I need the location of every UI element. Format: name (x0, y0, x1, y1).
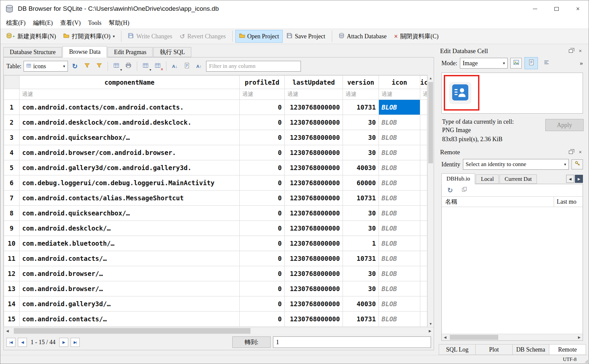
maximize-button[interactable] (546, 0, 567, 17)
cell-lastUpdated[interactable]: 1230768000000 (285, 130, 343, 145)
previous-record-button[interactable]: ◀ (18, 338, 27, 347)
row-number[interactable]: 1 (4, 100, 19, 115)
cell-clipped[interactable] (420, 100, 427, 115)
goto-button[interactable]: 轉到: (232, 336, 271, 348)
sort-descending-button[interactable]: A↑ (194, 61, 204, 71)
revert-changes-button[interactable]: ↺ Revert Changes (176, 30, 229, 43)
column-header-componentName[interactable]: componentName (19, 76, 240, 89)
cell-icon-blob[interactable]: BLOB (379, 221, 420, 236)
filter-version[interactable]: 過濾 (343, 89, 379, 100)
cell-lastUpdated[interactable]: 1230768000000 (285, 160, 343, 175)
cell-icon-blob[interactable]: BLOB (379, 175, 420, 191)
last-record-button[interactable]: ▶| (71, 338, 80, 347)
cell-version[interactable]: 30 (343, 281, 379, 296)
open-database-button[interactable]: 打開資料庫(O) ▾ (60, 30, 118, 43)
cell-lastUpdated[interactable]: 1230768000000 (285, 191, 343, 206)
cell-lastUpdated[interactable]: 1230768000000 (285, 296, 343, 312)
cell-profileId[interactable]: 0 (240, 251, 285, 266)
cell-clipped[interactable] (420, 115, 427, 130)
filter-componentName[interactable]: 過濾 (19, 89, 240, 100)
cell-clipped[interactable] (420, 266, 427, 281)
row-number[interactable]: 14 (4, 296, 19, 312)
cell-clipped[interactable] (420, 145, 427, 160)
vertical-scroll-track[interactable] (428, 81, 434, 321)
insert-record-button[interactable]: ▾ (111, 61, 121, 71)
row-number[interactable]: 5 (4, 160, 19, 175)
cell-profileId[interactable]: 0 (240, 296, 285, 312)
cell-version[interactable]: 10731 (343, 100, 379, 115)
cell-icon-blob[interactable]: BLOB (379, 145, 420, 160)
cell-componentName[interactable]: com.mediatek.bluetooth/… (19, 236, 240, 251)
cell-version[interactable]: 10731 (343, 312, 379, 327)
encoding-indicator[interactable]: UTF-8 (563, 357, 577, 362)
row-number[interactable]: 7 (4, 191, 19, 206)
more-tools-chevron[interactable]: » (580, 59, 583, 67)
cell-clipped[interactable] (420, 221, 427, 236)
cell-lastUpdated[interactable]: 1230768000000 (285, 266, 343, 281)
cell-version[interactable]: 40030 (343, 296, 379, 312)
cell-profileId[interactable]: 0 (240, 175, 285, 191)
cell-icon-blob[interactable]: BLOB (379, 281, 420, 296)
cell-componentName[interactable]: com.android.browser/… (19, 266, 240, 281)
cell-clipped[interactable] (420, 236, 427, 251)
tab-database-structure[interactable]: Database Structure (3, 47, 62, 57)
cell-clipped[interactable] (420, 281, 427, 296)
cell-version[interactable]: 30 (343, 145, 379, 160)
filter-clipped[interactable]: 過濾 (420, 89, 427, 100)
cell-icon-blob[interactable]: BLOB (379, 191, 420, 206)
row-number[interactable]: 6 (4, 175, 19, 191)
cell-profileId[interactable]: 0 (240, 236, 285, 251)
cell-componentName[interactable]: com.android.quicksearchbox/… (19, 130, 240, 145)
scroll-left-arrow[interactable]: ◀ (4, 327, 11, 334)
cell-version[interactable]: 10731 (343, 251, 379, 266)
table-selector[interactable]: icons ▾ (24, 61, 68, 72)
first-record-button[interactable]: |◀ (6, 338, 15, 347)
cell-version[interactable]: 30 (343, 130, 379, 145)
new-database-button[interactable]: + 新建資料庫(N) (2, 30, 60, 43)
next-record-button[interactable]: ▶ (59, 338, 68, 347)
row-number[interactable]: 12 (4, 266, 19, 281)
cell-clipped[interactable] (420, 206, 427, 221)
scroll-left-arrow[interactable]: ◀ (442, 334, 448, 340)
cell-componentName[interactable]: com.android.contacts/… (19, 251, 240, 266)
apply-button[interactable]: Apply (545, 119, 584, 131)
column-header-clipped[interactable]: ic (420, 76, 427, 89)
import-image-button[interactable] (510, 58, 522, 69)
remote-tab-current-database[interactable]: Current Dat (500, 174, 537, 184)
tab-edit-pragmas[interactable]: Edit Pragmas (108, 47, 153, 57)
cell-clipped[interactable] (420, 296, 427, 312)
cell-profileId[interactable]: 0 (240, 160, 285, 175)
remote-refresh-button[interactable]: ↻ (445, 185, 455, 195)
remote-scroll-track[interactable] (448, 334, 576, 340)
remote-name-column-header[interactable]: 名稱 (442, 197, 554, 207)
open-project-button[interactable]: Open Project (235, 30, 283, 43)
dock-tab-sql-log[interactable]: SQL Log (439, 344, 476, 355)
cell-version[interactable]: 30 (343, 115, 379, 130)
clear-filters-button[interactable] (82, 61, 92, 71)
vertical-scroll-thumb[interactable] (428, 82, 433, 163)
tab-execute-sql[interactable]: 執行 SQL (153, 47, 191, 57)
menu-view[interactable]: 查看(V) (56, 18, 84, 28)
row-number[interactable]: 15 (4, 312, 19, 327)
menu-edit[interactable]: 編輯(E) (29, 18, 56, 28)
view-as-text-button[interactable] (524, 57, 538, 69)
goto-record-input[interactable] (273, 336, 431, 348)
cell-profileId[interactable]: 0 (240, 206, 285, 221)
remote-horizontal-scrollbar[interactable]: ◀ ▶ (442, 334, 583, 340)
horizontal-scrollbar[interactable]: ◀ ▶ (4, 327, 434, 334)
save-results-button[interactable] (182, 61, 192, 71)
column-header-lastUpdated[interactable]: lastUpdated (285, 76, 343, 89)
cell-icon-blob[interactable]: BLOB (379, 160, 420, 175)
cell-componentName[interactable]: com.debug.loggerui/com.debug.loggerui.Ma… (19, 175, 240, 191)
menu-file[interactable]: 檔案(F) (2, 18, 29, 28)
cell-icon-blob[interactable]: BLOB (379, 236, 420, 251)
cell-lastUpdated[interactable]: 1230768000000 (285, 236, 343, 251)
horizontal-scroll-track[interactable] (11, 327, 426, 334)
cell-version[interactable]: 30 (343, 221, 379, 236)
filter-lastUpdated[interactable]: 過濾 (285, 89, 343, 100)
cell-version[interactable]: 10731 (343, 191, 379, 206)
cell-profileId[interactable]: 0 (240, 312, 285, 327)
close-panel-button[interactable]: × (576, 47, 585, 55)
import-identity-button[interactable] (572, 159, 583, 169)
remote-modified-column-header[interactable]: Last mo (554, 197, 583, 207)
